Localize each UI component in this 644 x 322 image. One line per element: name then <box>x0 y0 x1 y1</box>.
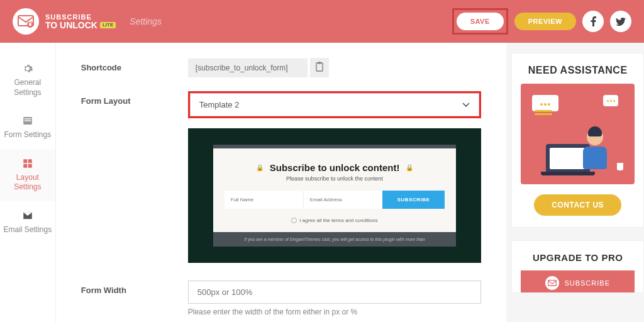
upgrade-title: UPGRADE TO PRO <box>521 252 635 263</box>
envelope-lock-icon <box>548 280 557 287</box>
settings-sidebar: General Settings Form Settings Layout Se… <box>0 43 56 322</box>
preview-subscribe-button: SUBSCRIBE <box>382 191 445 209</box>
brand: SUBSCRIBE TO UNLOCK LITE Settings <box>13 8 162 35</box>
preview-title-row: 🔒 Subscribe to unlock content! 🔒 <box>225 162 445 173</box>
preview-card: 🔒 Subscribe to unlock content! 🔒 Please … <box>213 145 457 247</box>
preview-inputs: SUBSCRIBE <box>225 191 445 209</box>
upgrade-banner: SUBSCRIBE <box>521 270 635 293</box>
svg-rect-5 <box>25 120 31 121</box>
form-width-input[interactable] <box>188 280 482 304</box>
chevron-down-icon <box>462 103 470 108</box>
svg-rect-7 <box>28 159 32 163</box>
typing-bubble-icon <box>603 95 618 106</box>
sidebar-item-form[interactable]: Form Settings <box>0 106 55 149</box>
svg-rect-2 <box>29 23 31 26</box>
sidebar-item-email[interactable]: Email Settings <box>0 201 55 244</box>
preview-button[interactable]: PREVIEW <box>514 13 576 30</box>
form-width-control: Please enter the width of the form eithe… <box>188 280 482 316</box>
brand-logo <box>13 8 39 35</box>
form-width-row: Form Width Please enter the width of the… <box>81 280 482 316</box>
form-layout-row: Form Layout Template 2 🔒 Subscribe to un… <box>81 91 482 263</box>
brand-line2: TO UNLOCK LITE <box>45 21 116 30</box>
template-selected-value: Template 2 <box>199 100 240 109</box>
shortcode-input[interactable] <box>188 58 308 77</box>
assistance-illustration <box>521 84 635 184</box>
brand-text: SUBSCRIBE TO UNLOCK LITE <box>45 14 116 30</box>
brand-line1: SUBSCRIBE <box>45 14 116 21</box>
main-panel: Shortcode Form Layout Template 2 <box>56 43 507 322</box>
form-layout-control: Template 2 🔒 Subscribe to unlock content… <box>188 91 482 263</box>
layout-icon <box>22 158 33 169</box>
lite-badge: LITE <box>100 22 116 28</box>
gear-icon <box>22 63 33 74</box>
mug-icon <box>617 163 623 170</box>
envelope-lock-icon <box>18 15 34 28</box>
preview-footer: If you are a member of ElegantThemes clu… <box>213 232 457 247</box>
preview-subtitle: Please subscribe to unlock the content <box>225 175 445 182</box>
preview-agree-text: I agree all the terms and conditions <box>299 218 378 223</box>
sidebar-item-layout[interactable]: Layout Settings <box>0 149 55 201</box>
person-icon <box>579 129 611 173</box>
sidebar-item-label: Email Settings <box>4 225 52 234</box>
preview-agree-row: I agree all the terms and conditions <box>225 209 445 232</box>
sidebar-item-general[interactable]: General Settings <box>0 54 55 106</box>
preview-title: Subscribe to unlock content! <box>270 162 400 173</box>
facebook-icon <box>591 16 596 26</box>
lock-icon: 🔒 <box>406 164 413 171</box>
sidebar-item-label: General Settings <box>14 78 41 97</box>
header-actions: SAVE PREVIEW <box>452 8 631 35</box>
save-button[interactable]: SAVE <box>457 13 504 30</box>
twitter-link[interactable] <box>610 11 631 32</box>
svg-rect-8 <box>23 164 27 168</box>
form-width-help: Please enter the width of the form eithe… <box>188 308 482 316</box>
right-column: NEED ASSISTANCE CONTACT US UPGRADE TO PR… <box>511 43 644 322</box>
svg-rect-10 <box>316 63 323 71</box>
contact-us-button[interactable]: CONTACT US <box>534 194 621 216</box>
upgrade-brand-text: SUBSCRIBE <box>564 279 610 287</box>
app-header: SUBSCRIBE TO UNLOCK LITE Settings SAVE P… <box>0 0 644 43</box>
upgrade-card: UPGRADE TO PRO SUBSCRIBE <box>511 240 644 293</box>
template-select-highlight: Template 2 <box>188 91 482 118</box>
facebook-link[interactable] <box>582 11 604 32</box>
svg-rect-12 <box>548 280 557 286</box>
preview-email-input <box>303 191 382 209</box>
sidebar-item-label: Form Settings <box>4 130 52 139</box>
mini-brand-logo <box>545 276 559 290</box>
shortcode-label: Shortcode <box>81 58 188 72</box>
lock-icon: 🔒 <box>256 164 264 171</box>
email-icon <box>22 210 33 221</box>
assistance-title: NEED ASSISTANCE <box>521 65 635 76</box>
settings-label: Settings <box>130 16 162 26</box>
form-width-label: Form Width <box>81 280 188 295</box>
shortcode-row: Shortcode <box>81 58 482 77</box>
template-select[interactable]: Template 2 <box>190 93 480 116</box>
template-preview: 🔒 Subscribe to unlock content! 🔒 Please … <box>188 128 482 263</box>
preview-fullname-input <box>225 191 303 209</box>
svg-rect-9 <box>28 164 32 168</box>
svg-rect-11 <box>318 62 321 64</box>
svg-rect-6 <box>23 159 27 163</box>
assistance-card: NEED ASSISTANCE CONTACT US <box>511 53 644 228</box>
form-layout-label: Form Layout <box>81 91 188 106</box>
shortcode-control <box>188 58 482 77</box>
form-icon <box>22 115 33 126</box>
svg-rect-4 <box>25 118 31 119</box>
sidebar-item-label: Layout Settings <box>14 173 41 192</box>
chat-bubble-icon <box>532 95 558 111</box>
copy-shortcode-button[interactable] <box>310 58 329 77</box>
clipboard-icon <box>315 62 324 72</box>
save-highlight: SAVE <box>452 8 508 35</box>
twitter-icon <box>616 18 626 26</box>
checkbox-icon <box>291 218 297 223</box>
body: General Settings Form Settings Layout Se… <box>0 43 644 322</box>
